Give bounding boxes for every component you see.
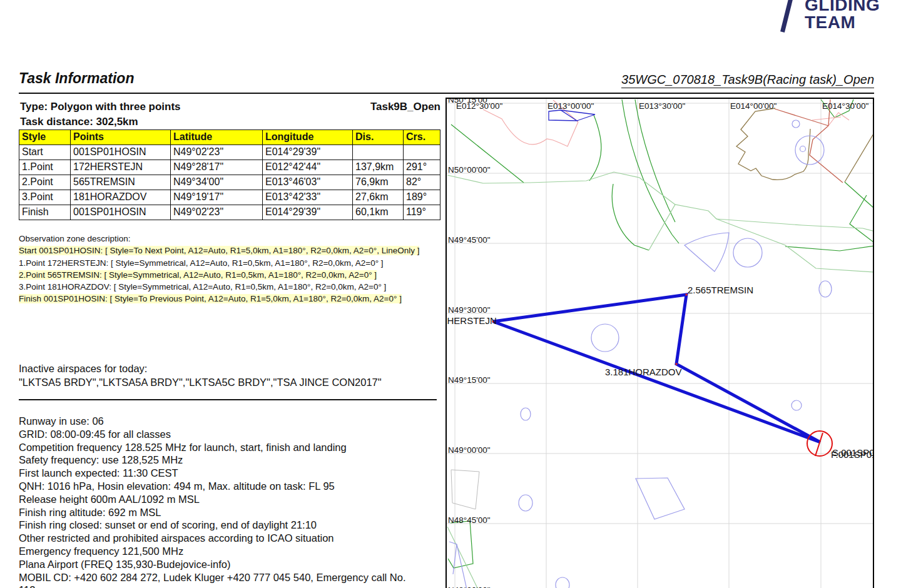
briefing-notes: Runway in use: 06GRID: 08:00-09:45 for a… <box>19 415 406 588</box>
note-line: 112 <box>19 584 406 588</box>
map-label-horazdov: 3.181HORAZDOV <box>605 367 682 377</box>
observation-line: 2.Point 565TREMSIN: [ Style=Symmetrical,… <box>19 270 377 280</box>
inactive-airspaces-value: "LKTSA5 BRDY","LKTSA5A BRDY","LKTSA5C BR… <box>19 377 382 388</box>
task-distance: Task distance: 302,5km <box>20 116 138 128</box>
inactive-airspaces-title: Inactive airspaces for today: <box>19 363 147 375</box>
observation-line: 1.Point 172HERSTEJN: [ Style=Symmetrical… <box>19 258 384 268</box>
map-label-tremsin: 2.565TREMSIN <box>688 285 753 295</box>
note-line: MOBIL CD: +420 602 284 272, Ludek Kluger… <box>19 571 406 584</box>
observation-line: Start 001SP01HOSIN: [ Style=To Next Poin… <box>19 246 419 255</box>
finish-ring <box>807 431 832 456</box>
page-title: Task Information <box>19 70 134 87</box>
note-line: Plana Airport (FREQ 135,930-Budejovice-i… <box>19 558 406 571</box>
table-row: Finish001SP01HOSINN49°02'23"E014°29'39"6… <box>19 205 440 220</box>
map-canvas <box>447 99 874 588</box>
table-row: 3.Point181HORAZDOVN49°19'17"E013°42'33"2… <box>19 190 440 205</box>
observation-title: Observation zone description: <box>19 233 419 245</box>
latitude-label: N48°45'00" <box>448 515 491 525</box>
document-title: 35WGC_070818_Task9B(Racing task)_Open <box>621 73 874 88</box>
table-row: 2.Point565TREMSINN49°34'00"E013°46'03"76… <box>19 175 440 190</box>
header-rule <box>19 93 874 94</box>
note-line: Finish ring closed: sunset or end of sco… <box>19 519 406 532</box>
column-header: Crs. <box>404 130 440 145</box>
note-line: First launch expected: 11:30 CEST <box>19 467 406 480</box>
task-name: Task9B_Open <box>20 101 440 113</box>
waypoint-table: StylePointsLatitudeLongitudeDis.Crs. Sta… <box>19 129 440 220</box>
note-line: GRID: 08:00-09:45 for all classes <box>19 428 406 441</box>
airspace-outlines <box>447 99 874 588</box>
observation-zone-block: Observation zone description: Start 001S… <box>19 233 419 305</box>
column-header: Latitude <box>171 130 263 145</box>
page: GLIDING TEAM Task Information 35WGC_0708… <box>0 0 901 588</box>
map-label-finish: F.001SP01HOSIN <box>831 449 874 460</box>
latitude-label: N49°30'00" <box>448 305 491 315</box>
note-line: Other restricted and prohibited airspace… <box>19 532 406 545</box>
map-label-herstejn: 1.172HERSTEJN <box>445 315 497 326</box>
longitude-label: E014°00'00" <box>730 101 776 111</box>
table-header-row: StylePointsLatitudeLongitudeDis.Crs. <box>19 130 440 145</box>
latitude-label: N49°00'00" <box>448 445 491 455</box>
logo-line2: TEAM <box>805 13 855 33</box>
longitude-label: E013°00'00" <box>547 101 594 111</box>
section-divider <box>19 399 437 400</box>
column-header: Points <box>71 130 171 145</box>
column-header: Style <box>19 130 71 145</box>
table-row: Start001SP01HOSINN49°02'23"E014°29'39" <box>19 145 440 160</box>
latitude-label: N50°00'00" <box>448 165 491 175</box>
task-map[interactable]: 2.565TREMSIN 3.181HORAZDOV 1.172HERSTEJN… <box>445 98 874 588</box>
longitude-label: E013°30'00" <box>639 101 685 111</box>
logo-slash-icon <box>780 0 793 33</box>
latitude-label: N49°45'00" <box>448 235 491 245</box>
latitude-label: N48°30'00" <box>448 585 491 588</box>
observation-line: Finish 001SP01HOSIN: [ Style=To Previous… <box>19 294 402 303</box>
waypoint-dots <box>492 294 688 365</box>
task-table-body: Start001SP01HOSINN49°02'23"E014°29'39"1.… <box>19 145 440 220</box>
note-line: Emergency frequency 121,500 MHz <box>19 545 406 558</box>
column-header: Longitude <box>263 130 353 145</box>
table-row: 1.Point172HERSTEJNN49°28'17"E012°42'44"1… <box>19 160 440 175</box>
latitude-label: N50°15'00" <box>448 98 491 104</box>
latitude-label: N49°15'00" <box>448 375 491 385</box>
longitude-label: E014°30'00" <box>822 101 868 111</box>
observation-line: 3.Point 181HORAZDOV: [ Style=Symmetrical… <box>19 282 386 291</box>
note-line: Runway in use: 06 <box>19 415 406 428</box>
note-line: Safety frequency: use 128,525 MHz <box>19 454 406 467</box>
note-line: QNH: 1016 hPa, Hosin elevation: 494 m, M… <box>19 480 406 493</box>
note-line: Finish ring altitude: 692 m MSL <box>19 506 406 519</box>
column-header: Dis. <box>353 130 404 145</box>
note-line: Release height 600m AAL/1092 m MSL <box>19 493 406 506</box>
note-line: Competition frequency 128.525 MHz for la… <box>19 441 406 454</box>
